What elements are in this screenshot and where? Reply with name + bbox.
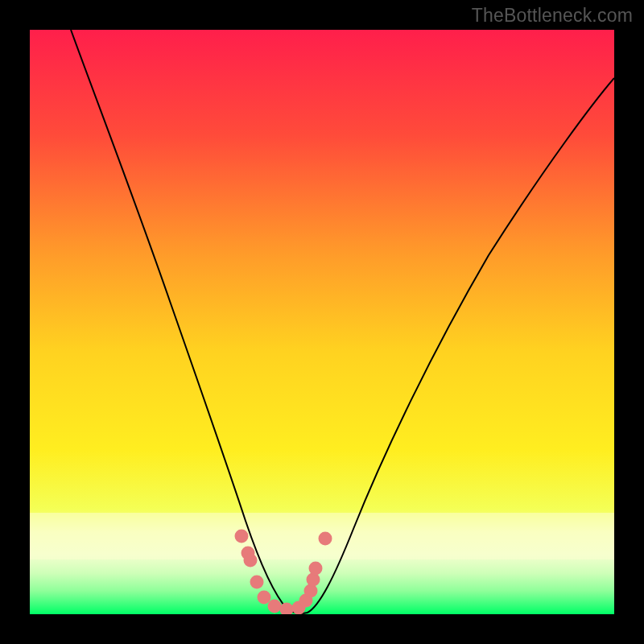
watermark-text: TheBottleneck.com <box>472 5 633 27</box>
plot-area <box>30 30 614 614</box>
chart-frame: TheBottleneck.com <box>0 0 644 644</box>
chart-svg <box>30 30 614 614</box>
